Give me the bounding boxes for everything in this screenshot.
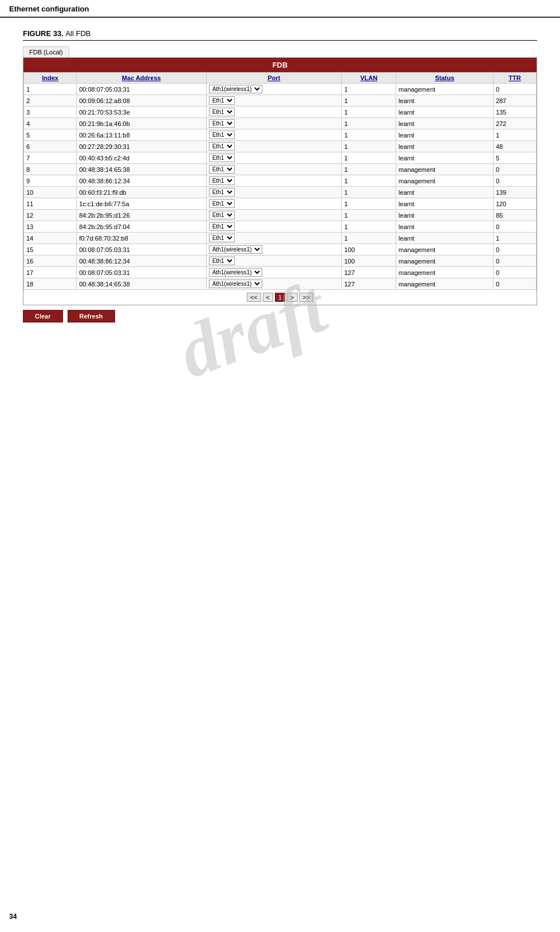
table-row: 200:09:06:12:a8:08Eth11learnt287 bbox=[24, 95, 537, 107]
cell-mac: 00:48:38:14:65:38 bbox=[77, 164, 207, 175]
cell-port[interactable]: Eth1 bbox=[206, 107, 342, 118]
cell-ttr: 48 bbox=[493, 141, 536, 152]
cell-status: learnt bbox=[396, 118, 494, 129]
cell-vlan: 1 bbox=[342, 221, 396, 233]
cell-port[interactable]: Ath1(wireless1) bbox=[206, 267, 342, 278]
cell-port[interactable]: Eth1 bbox=[206, 95, 342, 107]
cell-status: learnt bbox=[396, 107, 494, 118]
port-select[interactable]: Eth1 bbox=[209, 257, 235, 265]
refresh-button[interactable]: Refresh bbox=[68, 310, 115, 323]
clear-button[interactable]: Clear bbox=[23, 310, 63, 323]
cell-ttr: 5 bbox=[493, 152, 536, 164]
port-select[interactable]: Ath1(wireless1) bbox=[209, 268, 262, 277]
cell-status: management bbox=[396, 84, 494, 95]
table-row: 14f0:7d:68:70:32:b8Eth11learnt1 bbox=[24, 233, 537, 244]
col-mac: Mac Address bbox=[77, 73, 207, 84]
cell-port[interactable]: Eth1 bbox=[206, 152, 342, 164]
page-number: 34 bbox=[9, 913, 17, 921]
port-select[interactable]: Eth1 bbox=[209, 108, 235, 116]
port-select[interactable]: Eth1 bbox=[209, 142, 235, 151]
cell-vlan: 1 bbox=[342, 141, 396, 152]
cell-index: 12 bbox=[24, 210, 77, 221]
cell-status: management bbox=[396, 244, 494, 255]
table-row: 1800:48:38:14:65:38Ath1(wireless1)127man… bbox=[24, 278, 537, 290]
table-row: 1384:2b:2b:95:d7:04Eth11learnt0 bbox=[24, 221, 537, 233]
cell-status: learnt bbox=[396, 129, 494, 141]
port-select[interactable]: Eth1 bbox=[209, 154, 235, 162]
table-row: 1700:08:07:05:03:31Ath1(wireless1)127man… bbox=[24, 267, 537, 278]
cell-index: 11 bbox=[24, 198, 77, 210]
cell-mac: 00:48:38:86:12:34 bbox=[77, 175, 207, 187]
port-select[interactable]: Eth1 bbox=[209, 131, 235, 139]
cell-index: 1 bbox=[24, 84, 77, 95]
cell-status: learnt bbox=[396, 233, 494, 244]
cell-status: management bbox=[396, 175, 494, 187]
cell-index: 5 bbox=[24, 129, 77, 141]
cell-port[interactable]: Eth1 bbox=[206, 175, 342, 187]
cell-port[interactable]: Eth1 bbox=[206, 129, 342, 141]
cell-ttr: 1 bbox=[493, 233, 536, 244]
port-select[interactable]: Eth1 bbox=[209, 119, 235, 128]
cell-ttr: 0 bbox=[493, 175, 536, 187]
port-select[interactable]: Eth1 bbox=[209, 96, 235, 105]
pagination-prev[interactable]: < bbox=[263, 293, 273, 302]
cell-index: 10 bbox=[24, 187, 77, 198]
cell-mac: 00:09:06:12:a8:08 bbox=[77, 95, 207, 107]
port-select[interactable]: Ath1(wireless1) bbox=[209, 85, 262, 93]
port-select[interactable]: Eth1 bbox=[209, 222, 235, 231]
pagination-last[interactable]: >> bbox=[299, 293, 314, 302]
cell-port[interactable]: Eth1 bbox=[206, 233, 342, 244]
cell-port[interactable]: Eth1 bbox=[206, 210, 342, 221]
port-select[interactable]: Eth1 bbox=[209, 234, 235, 242]
fdb-local-tab[interactable]: FDB (Local) bbox=[23, 46, 69, 57]
cell-port[interactable]: Ath1(wireless1) bbox=[206, 84, 342, 95]
cell-port[interactable]: Eth1 bbox=[206, 118, 342, 129]
cell-mac: 00:26:6a:13:11:b8 bbox=[77, 129, 207, 141]
cell-index: 17 bbox=[24, 267, 77, 278]
cell-port[interactable]: Ath1(wireless1) bbox=[206, 244, 342, 255]
fdb-table: Index Mac Address Port VLAN Status TTR 1… bbox=[23, 72, 537, 290]
port-select[interactable]: Eth1 bbox=[209, 165, 235, 174]
col-ttr: TTR bbox=[493, 73, 536, 84]
table-row: 111c:c1:de:b6:77:5aEth11learnt120 bbox=[24, 198, 537, 210]
cell-status: learnt bbox=[396, 187, 494, 198]
port-select[interactable]: Ath1(wireless1) bbox=[209, 280, 262, 288]
pagination-current[interactable]: 1 bbox=[275, 293, 285, 302]
port-select[interactable]: Eth1 bbox=[209, 176, 235, 185]
figure-label: FIGURE 33. bbox=[23, 29, 64, 38]
cell-mac: 00:08:07:05:03:31 bbox=[77, 244, 207, 255]
cell-index: 7 bbox=[24, 152, 77, 164]
port-select[interactable]: Ath1(wireless1) bbox=[209, 245, 262, 254]
pagination-first[interactable]: << bbox=[247, 293, 261, 302]
table-row: 300:21:70:53:53:3eEth11learnt135 bbox=[24, 107, 537, 118]
cell-port[interactable]: Eth1 bbox=[206, 164, 342, 175]
table-row: 700:40:43:b5:c2:4dEth11learnt5 bbox=[24, 152, 537, 164]
port-select[interactable]: Eth1 bbox=[209, 211, 235, 219]
cell-port[interactable]: Eth1 bbox=[206, 141, 342, 152]
port-select[interactable]: Eth1 bbox=[209, 188, 235, 196]
cell-port[interactable]: Ath1(wireless1) bbox=[206, 278, 342, 290]
cell-port[interactable]: Eth1 bbox=[206, 187, 342, 198]
cell-mac: 00:60:f3:21:f9:db bbox=[77, 187, 207, 198]
cell-vlan: 1 bbox=[342, 129, 396, 141]
port-select[interactable]: Eth1 bbox=[209, 199, 235, 208]
cell-port[interactable]: Eth1 bbox=[206, 198, 342, 210]
cell-index: 2 bbox=[24, 95, 77, 107]
cell-ttr: 0 bbox=[493, 164, 536, 175]
cell-mac: 84:2b:2b:95:d1:26 bbox=[77, 210, 207, 221]
cell-vlan: 1 bbox=[342, 210, 396, 221]
pagination-next[interactable]: > bbox=[287, 293, 297, 302]
tab-bar: FDB (Local) bbox=[23, 46, 537, 57]
cell-index: 3 bbox=[24, 107, 77, 118]
table-row: 1500:08:07:05:03:31Ath1(wireless1)100man… bbox=[24, 244, 537, 255]
cell-port[interactable]: Eth1 bbox=[206, 255, 342, 267]
table-header-row: Index Mac Address Port VLAN Status TTR bbox=[24, 73, 537, 84]
cell-mac: 00:40:43:b5:c2:4d bbox=[77, 152, 207, 164]
cell-vlan: 1 bbox=[342, 164, 396, 175]
cell-ttr: 135 bbox=[493, 107, 536, 118]
cell-port[interactable]: Eth1 bbox=[206, 221, 342, 233]
cell-ttr: 0 bbox=[493, 267, 536, 278]
cell-vlan: 100 bbox=[342, 244, 396, 255]
cell-mac: f0:7d:68:70:32:b8 bbox=[77, 233, 207, 244]
cell-ttr: 0 bbox=[493, 84, 536, 95]
